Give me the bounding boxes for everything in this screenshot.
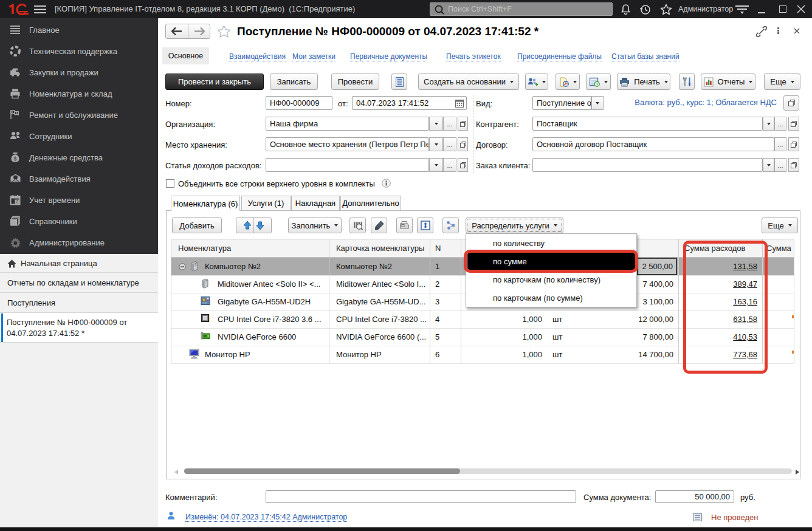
svg-text:$: $ bbox=[13, 156, 16, 162]
svg-text:0-9: 0-9 bbox=[402, 224, 405, 227]
svg-text:7: 7 bbox=[16, 199, 18, 204]
